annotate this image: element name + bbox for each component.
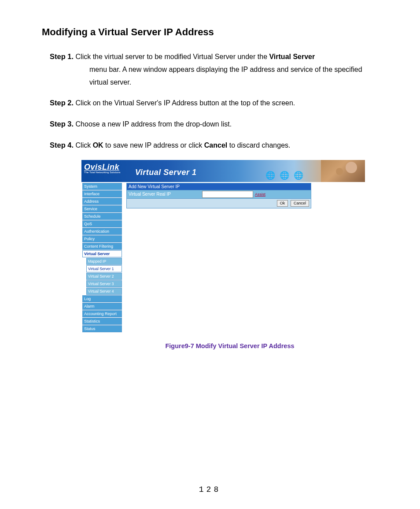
step-1: Step 1. Click the virtual server to be m…	[50, 50, 378, 89]
main-panel: Add New Virtual Server IP Virtual Server…	[122, 182, 365, 208]
form-button-row: Ok Cancel	[126, 199, 311, 208]
step-label: Step 1.	[50, 52, 74, 60]
step-bold: Cancel	[204, 141, 227, 149]
sidebar-item-authentication[interactable]: Authentication	[82, 228, 122, 235]
sidebar-item-content-filtering[interactable]: Content Filtering	[82, 243, 122, 250]
sidebar-item-address[interactable]: Address	[82, 198, 122, 205]
banner-title: Virtual Server 1	[135, 168, 196, 177]
sidebar-item-accounting-report[interactable]: Accounting Report	[82, 310, 122, 317]
sidebar-item-status[interactable]: Status	[82, 325, 122, 332]
sidebar-item-service[interactable]: Service	[82, 205, 122, 212]
step-text: Choose a new IP address from the drop-do…	[76, 120, 232, 128]
sidebar-subitem-vs1[interactable]: Virtual Server 1	[86, 265, 122, 272]
step-text: Click	[76, 141, 93, 149]
page-title: Modifying a Virtual Server IP Address	[42, 26, 378, 38]
steps-list: Step 1. Click the virtual server to be m…	[50, 50, 378, 152]
page-number: 128	[0, 485, 420, 494]
step-4: Step 4. Click OK to save new IP address …	[50, 139, 378, 152]
step-text: to save new IP address or click	[103, 141, 204, 149]
sidebar-item-virtual-server[interactable]: Virtual Server	[82, 250, 122, 257]
sidebar-item-interface[interactable]: Interface	[82, 190, 122, 197]
banner-photo	[321, 160, 365, 182]
sidebar-item-qos[interactable]: QoS	[82, 220, 122, 227]
step-bold: Virtual Server	[269, 53, 315, 60]
step-text: Click the virtual server to be modified …	[76, 53, 269, 60]
step-text: Click on the Virtual Server's IP Address…	[76, 99, 295, 107]
globe-icon: 🌐🌐🌐	[265, 171, 308, 180]
ip-input[interactable]	[202, 191, 253, 198]
sidebar-subitem-vs4[interactable]: Virtual Server 4	[86, 288, 122, 295]
form-label: Virtual Server Real IP	[127, 191, 201, 197]
app-banner: OvisLink The Total Networking Solutions …	[81, 160, 365, 182]
step-3: Step 3. Choose a new IP address from the…	[50, 118, 378, 131]
sidebar-sublist: Mapped IP Virtual Server 1 Virtual Serve…	[86, 258, 122, 295]
form-header: Add New Virtual Server IP	[126, 183, 311, 190]
embedded-screenshot: OvisLink The Total Networking Solutions …	[81, 160, 378, 349]
sidebar-subitem-mapped-ip[interactable]: Mapped IP	[86, 258, 122, 265]
step-bold: OK	[93, 141, 103, 149]
sidebar-item-statistics[interactable]: Statistics	[82, 318, 122, 325]
step-text-cont: menu bar. A new window appears displayin…	[89, 63, 378, 89]
sidebar-item-schedule[interactable]: Schedule	[82, 213, 122, 220]
step-label: Step 3.	[50, 120, 74, 128]
assist-link[interactable]: Assist	[255, 192, 265, 197]
figure-caption: Figure9-7 Modify Virtual Server IP Addre…	[81, 342, 378, 349]
ok-button[interactable]: Ok	[277, 200, 288, 207]
sidebar-nav: System Interface Address Service Schedul…	[81, 182, 122, 333]
brand-tagline: The Total Networking Solutions	[84, 171, 121, 174]
step-label: Step 4.	[50, 141, 74, 149]
sidebar-subitem-vs3[interactable]: Virtual Server 3	[86, 280, 122, 287]
brand-logo: OvisLink The Total Networking Solutions	[84, 163, 121, 174]
sidebar-item-alarm[interactable]: Alarm	[82, 303, 122, 310]
sidebar-item-system[interactable]: System	[82, 183, 122, 190]
step-label: Step 2.	[50, 99, 74, 107]
sidebar-subitem-vs2[interactable]: Virtual Server 2	[86, 273, 122, 280]
cancel-button[interactable]: Cancel	[291, 200, 309, 207]
form-row-real-ip: Virtual Server Real IP Assist	[126, 190, 311, 199]
virtual-server-form: Add New Virtual Server IP Virtual Server…	[126, 183, 311, 208]
sidebar-item-log[interactable]: Log	[82, 295, 122, 302]
step-2: Step 2. Click on the Virtual Server's IP…	[50, 97, 378, 110]
brand-name: OvisLink	[84, 163, 119, 171]
sidebar-item-policy[interactable]: Policy	[82, 235, 122, 242]
step-text: to discard changes.	[227, 141, 290, 149]
